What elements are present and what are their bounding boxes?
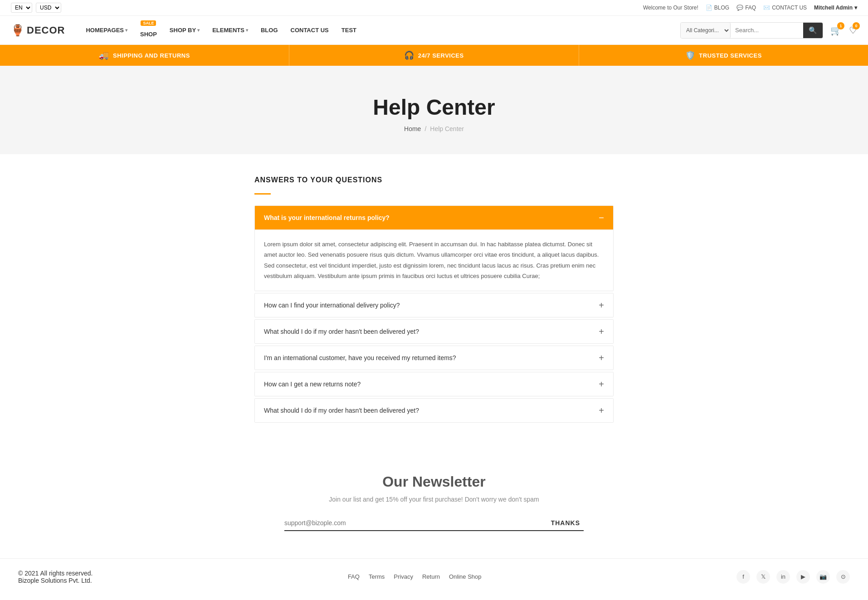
nav-elements[interactable]: ELEMENTS ▾: [206, 16, 254, 45]
search-button[interactable]: 🔍: [803, 23, 823, 38]
blog-icon: 📄: [706, 5, 712, 11]
twitter-icon[interactable]: 𝕏: [756, 570, 770, 584]
newsletter-submit-button[interactable]: Thanks: [547, 519, 584, 527]
footer-links: FAQ Terms Privacy Return Online Shop: [348, 573, 482, 580]
shipping-icon: 🚚: [99, 50, 109, 60]
footer-link-terms[interactable]: Terms: [369, 573, 385, 580]
linkedin-icon[interactable]: in: [776, 570, 790, 584]
wishlist-badge: 0: [853, 22, 860, 29]
breadcrumb-home[interactable]: Home: [404, 125, 421, 132]
newsletter-form: Thanks: [284, 517, 584, 531]
youtube-icon[interactable]: ▶: [796, 570, 810, 584]
newsletter-title: Our Newsletter: [11, 473, 857, 490]
admin-label: Mitchell Admin: [814, 5, 853, 11]
nav-blog[interactable]: BLOG: [254, 16, 284, 45]
top-bar-right: Welcome to Our Store! 📄 BLOG 💬 FAQ ✉️ CO…: [643, 5, 857, 11]
currency-select[interactable]: USD: [36, 3, 61, 13]
admin-button[interactable]: Mitchell Admin ▾: [814, 5, 857, 11]
footer-link-online-shop[interactable]: Online Shop: [449, 573, 482, 580]
faq-question-5[interactable]: How can I get a new returns note? +: [255, 372, 613, 396]
breadcrumb-separator: /: [424, 125, 426, 132]
faq-question-6-text: What should I do if my order hasn't been…: [264, 407, 419, 414]
faq-title-underline: [254, 193, 271, 195]
faq-link[interactable]: 💬 FAQ: [736, 5, 756, 11]
page-title: Help Center: [11, 95, 857, 120]
faq-question-1-text: What is your international returns polic…: [264, 214, 390, 221]
chevron-down-icon: ▾: [125, 28, 127, 33]
blog-link[interactable]: 📄 BLOG: [706, 5, 729, 11]
footer-link-return[interactable]: Return: [422, 573, 440, 580]
logo[interactable]: 🏺 DECOR: [11, 24, 65, 37]
newsletter-subtitle: Join our list and get 15% off your first…: [11, 496, 857, 503]
contact-link[interactable]: ✉️ CONTACT US: [763, 5, 807, 11]
faq-item-5: How can I get a new returns note? +: [254, 372, 614, 396]
logo-icon: 🏺: [11, 24, 25, 37]
chevron-down-icon: ▾: [246, 28, 248, 33]
mail-icon: ✉️: [763, 5, 770, 11]
service-shipping-label: SHIPPING AND RETURNS: [113, 52, 190, 59]
faq-icon: 💬: [736, 5, 743, 11]
faq-toggle-5: +: [599, 380, 604, 389]
faq-question-5-text: How can I get a new returns note?: [264, 380, 361, 388]
service-247-label: 24/7 SERVICES: [418, 52, 464, 59]
footer-copyright: © 2021 All rights reserved. Bizople Solu…: [18, 570, 93, 584]
faq-question-3-text: What should I do if my order hasn't been…: [264, 328, 419, 335]
faq-toggle-4: +: [599, 353, 604, 362]
faq-question-4[interactable]: I'm an international customer, have you …: [255, 346, 613, 370]
nav-links: HOMEPAGES ▾ SALE SHOP SHOP BY ▾ ELEMENTS…: [79, 16, 680, 45]
footer-link-faq[interactable]: FAQ: [348, 573, 360, 580]
faq-question-2[interactable]: How can I find your international delive…: [255, 293, 613, 317]
breadcrumb-current: Help Center: [430, 125, 464, 132]
headphones-icon: 🎧: [404, 50, 414, 60]
service-trusted: 🛡️ TRUSTED SERVICES: [579, 45, 868, 66]
search-input[interactable]: [731, 23, 803, 38]
nav-contact-us[interactable]: CONTACT US: [284, 16, 335, 45]
language-select[interactable]: EN: [11, 3, 32, 13]
service-shipping: 🚚 SHIPPING AND RETURNS: [0, 45, 289, 66]
faq-item-2: How can I find your international delive…: [254, 293, 614, 317]
faq-item-6: What should I do if my order hasn't been…: [254, 398, 614, 423]
faq-toggle-2: +: [599, 301, 604, 310]
faq-question-2-text: How can I find your international delive…: [264, 302, 400, 309]
nav-bar: 🏺 DECOR HOMEPAGES ▾ SALE SHOP SHOP BY ▾ …: [0, 16, 868, 45]
faq-toggle-1: −: [599, 213, 604, 222]
top-bar: EN USD Welcome to Our Store! 📄 BLOG 💬 FA…: [0, 0, 868, 16]
github-icon[interactable]: ⊙: [836, 570, 850, 584]
footer-copyright-text: © 2021 All rights reserved.: [18, 570, 93, 577]
facebook-icon[interactable]: f: [736, 570, 750, 584]
faq-item-3: What should I do if my order hasn't been…: [254, 319, 614, 344]
faq-item-4: I'm an international customer, have you …: [254, 346, 614, 370]
faq-section-title: ANSWERS TO YOUR QUESTIONS: [254, 176, 614, 184]
search-category-select[interactable]: All Categori...: [681, 23, 731, 38]
chevron-down-icon: ▾: [197, 28, 200, 33]
nav-homepages[interactable]: HOMEPAGES ▾: [79, 16, 134, 45]
faq-toggle-3: +: [599, 327, 604, 336]
nav-shop[interactable]: SALE SHOP: [134, 16, 163, 45]
footer: © 2021 All rights reserved. Bizople Solu…: [0, 558, 868, 595]
newsletter-email-input[interactable]: [284, 517, 547, 528]
chevron-down-icon: ▾: [854, 5, 857, 11]
wishlist-icon-container[interactable]: ♡ 0: [849, 25, 857, 36]
nav-shop-by[interactable]: SHOP BY ▾: [163, 16, 206, 45]
faq-question-1[interactable]: What is your international returns polic…: [255, 206, 613, 229]
service-247: 🎧 24/7 SERVICES: [289, 45, 579, 66]
cart-badge: 1: [837, 22, 844, 29]
service-trusted-label: TRUSTED SERVICES: [699, 52, 762, 59]
nav-right: All Categori... 🔍 🛒 1 ♡ 0: [680, 22, 857, 39]
service-bar: 🚚 SHIPPING AND RETURNS 🎧 24/7 SERVICES 🛡…: [0, 45, 868, 66]
shield-icon: 🛡️: [685, 50, 696, 60]
faq-section: ANSWERS TO YOUR QUESTIONS What is your i…: [244, 154, 624, 446]
instagram-icon[interactable]: 📷: [816, 570, 830, 584]
footer-link-privacy[interactable]: Privacy: [394, 573, 413, 580]
nav-test[interactable]: TEST: [335, 16, 363, 45]
faq-toggle-6: +: [599, 406, 604, 415]
faq-question-4-text: I'm an international customer, have you …: [264, 354, 456, 361]
newsletter-section: Our Newsletter Join our list and get 15%…: [0, 446, 868, 558]
footer-social: f 𝕏 in ▶ 📷 ⊙: [736, 570, 850, 584]
faq-question-6[interactable]: What should I do if my order hasn't been…: [255, 399, 613, 422]
breadcrumb: Home / Help Center: [11, 125, 857, 132]
faq-question-3[interactable]: What should I do if my order hasn't been…: [255, 320, 613, 343]
sale-badge: SALE: [141, 20, 156, 26]
footer-company-name: Bizople Solutions Pvt. Ltd.: [18, 577, 93, 584]
cart-icon-container[interactable]: 🛒 1: [830, 25, 842, 36]
